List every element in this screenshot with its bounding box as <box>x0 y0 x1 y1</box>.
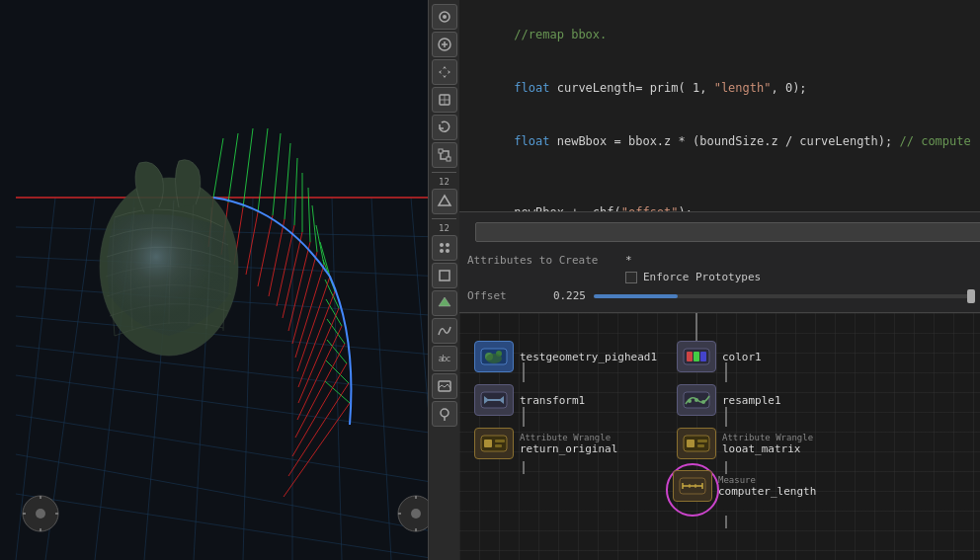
svg-rect-120 <box>687 440 694 447</box>
node-icon-color1 <box>677 341 716 372</box>
node-info-transform1: transform1 <box>520 394 585 407</box>
text-button[interactable]: abc <box>432 346 457 371</box>
snap-button[interactable] <box>432 189 457 214</box>
svg-rect-121 <box>697 440 707 442</box>
svg-rect-89 <box>440 271 449 280</box>
node-icon-transform1 <box>474 384 514 416</box>
offset-slider-thumb[interactable] <box>967 289 975 303</box>
rotate-button[interactable] <box>432 115 457 140</box>
node-info-color1: color1 <box>722 351 762 363</box>
right-panel: //remap bbox. float curveLength= prim( 1… <box>459 0 980 560</box>
node-info-computer-length: Measure computer_length <box>718 475 816 498</box>
separator-2 <box>432 218 456 219</box>
svg-rect-83 <box>447 157 450 161</box>
node-resample1[interactable]: resample1 <box>677 384 781 416</box>
node-graph[interactable]: testgeometry_pighead1 color1 <box>459 313 980 560</box>
node-name-resample1: resample1 <box>722 394 781 407</box>
faces-button[interactable] <box>432 290 457 316</box>
properties-search[interactable] <box>475 222 980 242</box>
node-name-looat-matrix: looat_matrix <box>722 442 813 455</box>
attributes-value: * <box>625 254 975 267</box>
svg-point-68 <box>411 509 421 519</box>
svg-point-85 <box>440 243 444 247</box>
svg-point-104 <box>486 354 502 363</box>
node-color1[interactable]: color1 <box>677 341 762 372</box>
node-return-original[interactable]: Attribute Wrangle return_original <box>474 428 617 459</box>
node-icon-testgeometry <box>474 341 514 372</box>
offset-slider[interactable] <box>594 294 975 298</box>
code-line-blank-1 <box>471 168 971 186</box>
label-12-2: 12 <box>432 223 457 233</box>
offset-row: Offset 0.225 <box>459 285 980 306</box>
svg-point-114 <box>701 400 705 404</box>
measure-highlight-container: Measure computer_length <box>673 470 816 502</box>
node-icon-looat-matrix <box>677 428 716 459</box>
code-editor[interactable]: //remap bbox. float curveLength= prim( 1… <box>459 0 980 212</box>
curve-button[interactable] <box>432 318 457 344</box>
svg-rect-82 <box>439 149 443 153</box>
viewport-3d[interactable]: 12 12 abc <box>0 0 459 560</box>
viewport-toolbar: 12 12 abc <box>428 0 459 560</box>
code-line-1: float curveLength= prim( 1, "length", 0)… <box>471 61 971 115</box>
properties-panel: Attributes to Create * Enforce Prototype… <box>459 212 980 313</box>
code-line-2: float newBbox = bbox.z * (boundSize.z / … <box>471 115 971 168</box>
enforce-row: Enforce Prototypes <box>459 269 980 285</box>
enforce-checkbox[interactable] <box>625 272 637 283</box>
node-name-return-original: return_original <box>520 442 617 455</box>
svg-point-88 <box>446 249 449 253</box>
node-name-testgeometry: testgeometry_pighead1 <box>520 351 657 363</box>
node-transform1[interactable]: transform1 <box>474 384 585 416</box>
node-testgeometry[interactable]: testgeometry_pighead1 <box>474 341 657 372</box>
node-icon-return-original <box>474 428 514 459</box>
node-type-computer-length: Measure <box>718 475 816 485</box>
svg-point-86 <box>446 243 449 247</box>
offset-value: 0.225 <box>527 289 586 302</box>
node-info-return-original: Attribute Wrangle return_original <box>520 433 617 455</box>
offset-slider-fill <box>594 294 678 298</box>
node-name-color1: color1 <box>722 351 762 363</box>
offset-label: Offset <box>467 289 527 302</box>
pin-button[interactable] <box>432 401 457 427</box>
move-button[interactable] <box>432 59 457 85</box>
view-button[interactable] <box>432 4 457 30</box>
svg-marker-84 <box>439 196 450 205</box>
node-info-resample1: resample1 <box>722 394 781 407</box>
scale-button[interactable] <box>432 142 457 168</box>
svg-point-87 <box>440 249 444 253</box>
svg-point-113 <box>694 398 698 402</box>
node-looat-matrix[interactable]: Attribute Wrangle looat_matrix <box>677 428 813 459</box>
node-icon-resample1 <box>677 384 716 416</box>
node-type-looat-matrix: Attribute Wrangle <box>722 433 813 442</box>
edges-button[interactable] <box>432 263 457 288</box>
node-name-transform1: transform1 <box>520 394 585 407</box>
node-name-computer-length: computer_length <box>718 485 816 498</box>
node-icon-computer-length <box>673 470 712 502</box>
code-line-comment: //remap bbox. <box>471 8 971 61</box>
enforce-label: Enforce Prototypes <box>643 271 975 283</box>
node-computer-length[interactable]: Measure computer_length <box>673 470 816 502</box>
separator-1 <box>432 172 456 173</box>
select-button[interactable] <box>432 87 457 113</box>
code-line-3: newBbox += chf("offset"); <box>471 186 971 212</box>
label-12-1: 12 <box>432 177 457 187</box>
image-button[interactable] <box>432 373 457 399</box>
points-button[interactable] <box>432 235 457 261</box>
svg-rect-122 <box>697 444 704 447</box>
attributes-row: Attributes to Create * <box>459 252 980 269</box>
svg-rect-106 <box>687 352 693 361</box>
svg-point-112 <box>688 399 692 403</box>
node-type-return-original: Attribute Wrangle <box>520 433 617 442</box>
svg-rect-116 <box>484 440 492 447</box>
svg-point-62 <box>36 509 45 519</box>
svg-rect-107 <box>694 352 699 361</box>
node-info-testgeometry: testgeometry_pighead1 <box>520 351 657 363</box>
svg-rect-108 <box>700 352 706 361</box>
svg-point-91 <box>441 409 449 417</box>
svg-rect-118 <box>495 444 502 447</box>
add-button[interactable] <box>432 32 457 57</box>
svg-point-74 <box>443 15 447 19</box>
attributes-label: Attributes to Create <box>467 254 625 267</box>
svg-rect-117 <box>495 440 505 442</box>
node-info-looat-matrix: Attribute Wrangle looat_matrix <box>722 433 813 455</box>
